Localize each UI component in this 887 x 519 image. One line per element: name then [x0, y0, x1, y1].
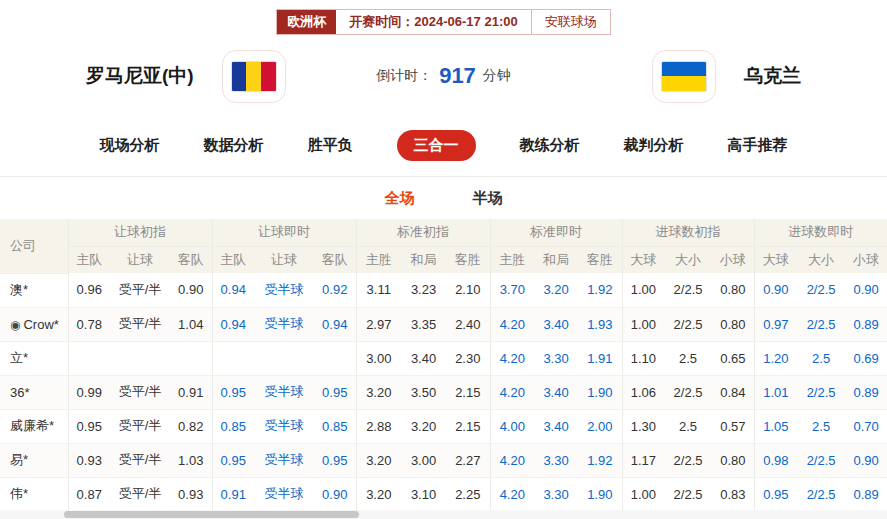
- odds-cell: 受平/半: [110, 307, 170, 341]
- odds-cell: 3.40: [401, 341, 446, 375]
- odds-cell: 3.00: [401, 443, 446, 477]
- odds-cell: 2/2.5: [664, 443, 712, 477]
- odds-cell: 4.20: [490, 341, 534, 375]
- match-info-bar: 欧洲杯 开赛时间：2024-06-17 21:00 安联球场: [0, 0, 887, 35]
- odds-cell: 0.90: [170, 273, 212, 307]
- odds-cell: 3.10: [401, 477, 446, 511]
- column-header: 客胜: [446, 246, 490, 273]
- odds-cell: 0.70: [845, 409, 887, 443]
- odds-cell: 0.84: [712, 375, 754, 409]
- odds-cell: 0.94: [212, 307, 254, 341]
- odds-cell: 受平/半: [110, 477, 170, 511]
- odds-cell: 1.03: [170, 443, 212, 477]
- odds-cell: 3.20: [356, 477, 401, 511]
- odds-cell: 2/2.5: [664, 307, 712, 341]
- away-team: 乌克兰: [652, 50, 801, 103]
- venue: 安联球场: [531, 10, 610, 34]
- odds-cell: 0.91: [170, 375, 212, 409]
- match-time-value: 2024-06-17 21:00: [414, 14, 517, 29]
- odds-cell: 4.20: [490, 477, 534, 511]
- odds-cell: 2/2.5: [664, 375, 712, 409]
- company-name[interactable]: 易*: [0, 443, 68, 477]
- nav-tab-5[interactable]: 教练分析: [520, 136, 580, 155]
- sub-tab-1[interactable]: 全场: [385, 189, 415, 208]
- company-name[interactable]: 36*: [0, 375, 68, 409]
- group-header-1: 让球初指: [68, 219, 212, 246]
- company-column-header: 公司: [0, 219, 68, 273]
- odds-cell: 1.05: [754, 409, 797, 443]
- group-header-5: 进球数初指: [622, 219, 754, 246]
- column-header: 客队: [170, 246, 212, 273]
- odds-cell: 0.87: [68, 477, 110, 511]
- odds-cell: 1.01: [754, 375, 797, 409]
- league-badge: 欧洲杯: [277, 10, 336, 34]
- odds-cell: 2.15: [446, 409, 490, 443]
- ukraine-flag: [652, 50, 716, 103]
- company-name[interactable]: 立*: [0, 341, 68, 375]
- countdown-label: 倒计时：: [376, 67, 432, 85]
- nav-tab-6[interactable]: 裁判分析: [624, 136, 684, 155]
- odds-cell: 0.83: [712, 477, 754, 511]
- odds-cell: [68, 341, 110, 375]
- horizontal-scrollbar[interactable]: [0, 510, 887, 519]
- odds-cell: 1.93: [578, 307, 622, 341]
- column-header: 大球: [622, 246, 664, 273]
- column-header: 和局: [534, 246, 578, 273]
- nav-tab-2[interactable]: 数据分析: [204, 136, 264, 155]
- scrollbar-thumb[interactable]: [64, 511, 359, 518]
- nav-tab-3[interactable]: 胜平负: [308, 136, 353, 155]
- company-label: 36*: [10, 385, 30, 400]
- nav-tab-4[interactable]: 三合一: [397, 130, 476, 161]
- odds-cell: 0.90: [754, 273, 797, 307]
- column-header: 让球: [110, 246, 170, 273]
- home-team: 罗马尼亚(中): [86, 50, 286, 103]
- odds-cell: 受平/半: [110, 409, 170, 443]
- odds-cell: [170, 341, 212, 375]
- odds-cell: 0.57: [712, 409, 754, 443]
- odds-cell: 0.90: [845, 443, 887, 477]
- odds-cell: 0.89: [845, 307, 887, 341]
- odds-cell: 受半球: [254, 273, 314, 307]
- company-name[interactable]: 澳*: [0, 273, 68, 307]
- odds-cell: 1.04: [170, 307, 212, 341]
- sub-tab-2[interactable]: 半场: [473, 189, 503, 208]
- teams-header: 罗马尼亚(中) 倒计时： 917 分钟 乌克兰: [0, 35, 887, 117]
- odds-cell: 受半球: [254, 307, 314, 341]
- company-name[interactable]: 伟*: [0, 477, 68, 511]
- odds-cell: 受平/半: [110, 375, 170, 409]
- table-row: 威廉希*0.95受平/半0.820.85受半球0.852.883.202.154…: [0, 409, 887, 443]
- group-header-6: 进球数即时: [754, 219, 887, 246]
- odds-cell: 1.20: [754, 341, 797, 375]
- odds-cell: 2/2.5: [797, 375, 845, 409]
- odds-cell: 2/2.5: [797, 443, 845, 477]
- odds-cell: 3.40: [534, 409, 578, 443]
- column-header: 让球: [254, 246, 314, 273]
- odds-cell: 0.95: [754, 477, 797, 511]
- odds-cell: 3.35: [401, 307, 446, 341]
- column-header: 客队: [314, 246, 356, 273]
- odds-cell: 3.50: [401, 375, 446, 409]
- odds-cell: 0.82: [170, 409, 212, 443]
- odds-cell: 0.65: [712, 341, 754, 375]
- odds-cell: 3.20: [401, 409, 446, 443]
- company-name[interactable]: 威廉希*: [0, 409, 68, 443]
- odds-cell: [212, 341, 254, 375]
- odds-cell: 3.20: [534, 273, 578, 307]
- odds-cell: 0.99: [68, 375, 110, 409]
- odds-cell: 2/2.5: [797, 477, 845, 511]
- away-team-name: 乌克兰: [744, 63, 801, 89]
- nav-tab-7[interactable]: 高手推荐: [728, 136, 788, 155]
- odds-cell: 受平/半: [110, 443, 170, 477]
- company-name[interactable]: ◉Crow*: [0, 307, 68, 341]
- column-header: 小球: [845, 246, 887, 273]
- company-label: 易*: [10, 452, 28, 467]
- odds-cell: 4.20: [490, 307, 534, 341]
- odds-cell: 1.30: [622, 409, 664, 443]
- nav-tab-1[interactable]: 现场分析: [100, 136, 160, 155]
- odds-cell: 2.15: [446, 375, 490, 409]
- odds-cell: 1.00: [622, 477, 664, 511]
- column-header: 主胜: [356, 246, 401, 273]
- odds-cell: 0.80: [712, 273, 754, 307]
- odds-cell: 3.40: [534, 375, 578, 409]
- odds-cell: 受平/半: [110, 273, 170, 307]
